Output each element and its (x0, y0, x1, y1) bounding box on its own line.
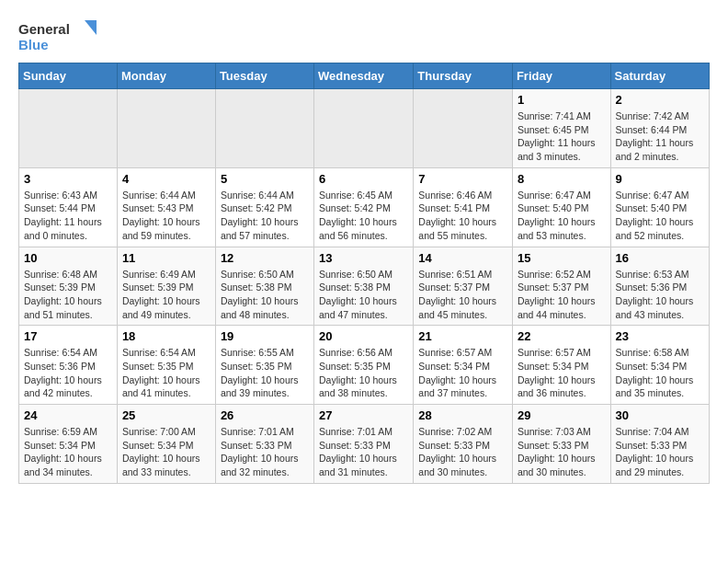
calendar-cell: 21Sunrise: 6:57 AMSunset: 5:34 PMDayligh… (414, 326, 513, 405)
calendar-cell: 28Sunrise: 7:02 AMSunset: 5:33 PMDayligh… (414, 405, 513, 484)
logo-svg: GeneralBlue (18, 18, 101, 53)
day-number: 16 (616, 251, 704, 265)
cell-daylight-info: Sunrise: 6:57 AMSunset: 5:34 PMDaylight:… (518, 346, 606, 400)
calendar-week-row: 10Sunrise: 6:48 AMSunset: 5:39 PMDayligh… (19, 247, 710, 326)
calendar-cell: 16Sunrise: 6:53 AMSunset: 5:36 PMDayligh… (610, 247, 709, 326)
cell-daylight-info: Sunrise: 6:56 AMSunset: 5:35 PMDaylight:… (319, 346, 408, 400)
cell-daylight-info: Sunrise: 6:51 AMSunset: 5:37 PMDaylight:… (418, 268, 507, 322)
day-number: 18 (122, 329, 210, 343)
day-number: 30 (616, 408, 704, 422)
weekday-header-friday: Friday (512, 63, 610, 89)
calendar-week-row: 17Sunrise: 6:54 AMSunset: 5:36 PMDayligh… (19, 326, 710, 405)
day-number: 10 (24, 251, 112, 265)
calendar-cell: 8Sunrise: 6:47 AMSunset: 5:40 PMDaylight… (512, 167, 610, 247)
calendar-cell: 4Sunrise: 6:44 AMSunset: 5:43 PMDaylight… (117, 167, 215, 247)
cell-daylight-info: Sunrise: 6:50 AMSunset: 5:38 PMDaylight:… (319, 268, 408, 322)
day-number: 28 (418, 408, 507, 422)
day-number: 15 (518, 251, 606, 265)
calendar-cell: 24Sunrise: 6:59 AMSunset: 5:34 PMDayligh… (19, 405, 118, 484)
calendar-cell: 20Sunrise: 6:56 AMSunset: 5:35 PMDayligh… (314, 326, 414, 405)
cell-daylight-info: Sunrise: 6:55 AMSunset: 5:35 PMDaylight:… (221, 346, 309, 400)
cell-daylight-info: Sunrise: 6:54 AMSunset: 5:36 PMDaylight:… (24, 346, 112, 400)
day-number: 29 (518, 408, 606, 422)
calendar-cell: 29Sunrise: 7:03 AMSunset: 5:33 PMDayligh… (512, 405, 610, 484)
calendar-cell: 26Sunrise: 7:01 AMSunset: 5:33 PMDayligh… (215, 405, 313, 484)
day-number: 23 (616, 329, 704, 343)
cell-daylight-info: Sunrise: 6:44 AMSunset: 5:43 PMDaylight:… (122, 189, 210, 243)
cell-daylight-info: Sunrise: 7:42 AMSunset: 6:44 PMDaylight:… (616, 109, 704, 164)
weekday-header-wednesday: Wednesday (314, 63, 414, 89)
day-number: 13 (319, 251, 408, 265)
calendar-cell: 18Sunrise: 6:54 AMSunset: 5:35 PMDayligh… (117, 326, 215, 405)
weekday-header-monday: Monday (117, 63, 215, 89)
cell-daylight-info: Sunrise: 6:59 AMSunset: 5:34 PMDaylight:… (24, 425, 112, 479)
calendar-cell: 23Sunrise: 6:58 AMSunset: 5:34 PMDayligh… (610, 326, 709, 405)
weekday-header-saturday: Saturday (610, 63, 709, 89)
day-number: 2 (616, 93, 704, 107)
cell-daylight-info: Sunrise: 7:01 AMSunset: 5:33 PMDaylight:… (319, 425, 408, 479)
calendar-cell: 19Sunrise: 6:55 AMSunset: 5:35 PMDayligh… (215, 326, 313, 405)
cell-daylight-info: Sunrise: 7:03 AMSunset: 5:33 PMDaylight:… (518, 425, 606, 479)
cell-daylight-info: Sunrise: 7:00 AMSunset: 5:34 PMDaylight:… (122, 425, 210, 479)
cell-daylight-info: Sunrise: 6:52 AMSunset: 5:37 PMDaylight:… (518, 268, 606, 322)
calendar-cell: 25Sunrise: 7:00 AMSunset: 5:34 PMDayligh… (117, 405, 215, 484)
calendar-cell: 9Sunrise: 6:47 AMSunset: 5:40 PMDaylight… (610, 167, 709, 247)
svg-text:Blue: Blue (18, 37, 49, 52)
calendar-cell: 12Sunrise: 6:50 AMSunset: 5:38 PMDayligh… (215, 247, 313, 326)
calendar-week-row: 24Sunrise: 6:59 AMSunset: 5:34 PMDayligh… (19, 405, 710, 484)
cell-daylight-info: Sunrise: 7:04 AMSunset: 5:33 PMDaylight:… (616, 425, 704, 479)
day-number: 5 (221, 172, 309, 186)
svg-text:General: General (18, 21, 70, 37)
calendar-cell: 2Sunrise: 7:42 AMSunset: 6:44 PMDaylight… (610, 89, 709, 168)
calendar-cell: 22Sunrise: 6:57 AMSunset: 5:34 PMDayligh… (512, 326, 610, 405)
calendar-cell: 17Sunrise: 6:54 AMSunset: 5:36 PMDayligh… (19, 326, 118, 405)
cell-daylight-info: Sunrise: 6:45 AMSunset: 5:42 PMDaylight:… (319, 189, 408, 243)
cell-daylight-info: Sunrise: 6:58 AMSunset: 5:34 PMDaylight:… (616, 346, 704, 400)
day-number: 27 (319, 408, 408, 422)
calendar-cell: 5Sunrise: 6:44 AMSunset: 5:42 PMDaylight… (215, 167, 313, 247)
weekday-header-thursday: Thursday (414, 63, 513, 89)
cell-daylight-info: Sunrise: 6:44 AMSunset: 5:42 PMDaylight:… (221, 189, 309, 243)
calendar-header: SundayMondayTuesdayWednesdayThursdayFrid… (19, 63, 710, 89)
day-number: 25 (122, 408, 210, 422)
calendar-cell: 27Sunrise: 7:01 AMSunset: 5:33 PMDayligh… (314, 405, 414, 484)
day-number: 3 (24, 172, 112, 186)
day-number: 1 (518, 93, 606, 107)
day-number: 7 (418, 172, 507, 186)
day-number: 9 (616, 172, 704, 186)
calendar-cell: 6Sunrise: 6:45 AMSunset: 5:42 PMDaylight… (314, 167, 414, 247)
calendar-cell: 13Sunrise: 6:50 AMSunset: 5:38 PMDayligh… (314, 247, 414, 326)
day-number: 26 (221, 408, 309, 422)
day-number: 12 (221, 251, 309, 265)
day-number: 24 (24, 408, 112, 422)
calendar-cell: 14Sunrise: 6:51 AMSunset: 5:37 PMDayligh… (414, 247, 513, 326)
weekday-header-sunday: Sunday (19, 63, 118, 89)
day-number: 19 (221, 329, 309, 343)
svg-marker-1 (85, 20, 97, 35)
calendar-table: SundayMondayTuesdayWednesdayThursdayFrid… (18, 63, 710, 484)
calendar-cell: 15Sunrise: 6:52 AMSunset: 5:37 PMDayligh… (512, 247, 610, 326)
cell-daylight-info: Sunrise: 6:46 AMSunset: 5:41 PMDaylight:… (418, 189, 507, 243)
calendar-cell: 1Sunrise: 7:41 AMSunset: 6:45 PMDaylight… (512, 89, 610, 168)
weekday-header-row: SundayMondayTuesdayWednesdayThursdayFrid… (19, 63, 710, 89)
calendar-cell (414, 89, 513, 168)
weekday-header-tuesday: Tuesday (215, 63, 313, 89)
cell-daylight-info: Sunrise: 6:53 AMSunset: 5:36 PMDaylight:… (616, 268, 704, 322)
day-number: 21 (418, 329, 507, 343)
day-number: 20 (319, 329, 408, 343)
calendar-cell: 30Sunrise: 7:04 AMSunset: 5:33 PMDayligh… (610, 405, 709, 484)
calendar-cell (215, 89, 313, 168)
cell-daylight-info: Sunrise: 6:50 AMSunset: 5:38 PMDaylight:… (221, 268, 309, 322)
cell-daylight-info: Sunrise: 6:43 AMSunset: 5:44 PMDaylight:… (24, 189, 112, 243)
logo: GeneralBlue (18, 18, 101, 53)
cell-daylight-info: Sunrise: 7:01 AMSunset: 5:33 PMDaylight:… (221, 425, 309, 479)
calendar-body: 1Sunrise: 7:41 AMSunset: 6:45 PMDaylight… (19, 89, 710, 484)
calendar-cell: 11Sunrise: 6:49 AMSunset: 5:39 PMDayligh… (117, 247, 215, 326)
day-number: 6 (319, 172, 408, 186)
day-number: 17 (24, 329, 112, 343)
cell-daylight-info: Sunrise: 6:48 AMSunset: 5:39 PMDaylight:… (24, 268, 112, 322)
calendar-cell: 10Sunrise: 6:48 AMSunset: 5:39 PMDayligh… (19, 247, 118, 326)
calendar-cell (314, 89, 414, 168)
page-header: GeneralBlue (18, 18, 710, 53)
cell-daylight-info: Sunrise: 6:54 AMSunset: 5:35 PMDaylight:… (122, 346, 210, 400)
